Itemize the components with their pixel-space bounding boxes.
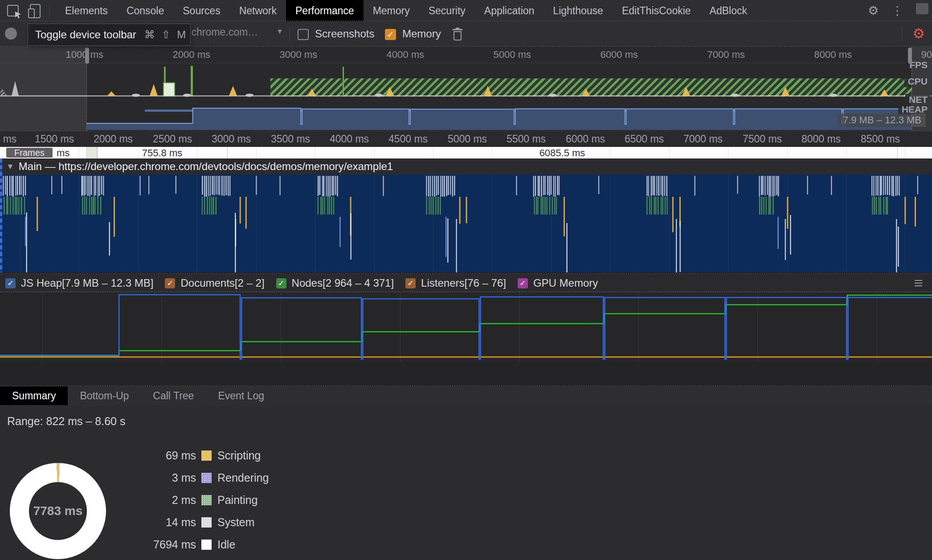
counter-checkbox[interactable]: ✓ bbox=[276, 278, 286, 288]
more-options-kebab-icon[interactable]: ⋮ bbox=[885, 0, 909, 21]
counter-checkbox[interactable]: ✓ bbox=[405, 278, 416, 288]
time-axis-label: 1500 ms bbox=[23, 133, 86, 145]
memory-label[interactable]: Memory bbox=[402, 28, 441, 40]
legend-value: 2 ms bbox=[147, 494, 196, 507]
counter-label: GPU Memory bbox=[533, 277, 598, 289]
memory-counter-toggle[interactable]: ✓ Listeners[76 – 76] bbox=[405, 277, 506, 289]
panel-tab[interactable]: EditThisCookie bbox=[613, 0, 700, 21]
time-axis-label: 7000 ms bbox=[672, 133, 734, 145]
details-tab[interactable]: Bottom-Up bbox=[68, 386, 141, 405]
legend-label: Scripting bbox=[217, 449, 261, 462]
panel-tab[interactable]: Sources bbox=[173, 0, 229, 21]
panel-tab[interactable]: Performance bbox=[286, 0, 364, 21]
time-axis-label: 4500 ms bbox=[377, 133, 439, 145]
summary-pane: Range: 822 ms – 8.60 s 7783 ms 69 msScri… bbox=[0, 405, 932, 560]
legend-swatch bbox=[201, 473, 212, 483]
flame-chart-canvas[interactable] bbox=[0, 174, 932, 272]
capture-settings-gear-icon[interactable]: ⚙ bbox=[906, 23, 931, 45]
page-url-dropdown[interactable]: er.chrome.com… bbox=[180, 26, 291, 38]
time-axis-label: 6000 ms bbox=[554, 133, 617, 145]
panel-tab[interactable]: Memory bbox=[364, 0, 419, 21]
legend-row: 2 msPainting bbox=[147, 489, 269, 511]
short-frame-block bbox=[86, 147, 97, 158]
counter-label: Documents[2 – 2] bbox=[180, 277, 264, 289]
legend-row: 14 msSystem bbox=[147, 511, 269, 533]
tooltip-shortcut: ⌘ ⇧ M bbox=[144, 28, 188, 41]
legend-value: 7694 ms bbox=[147, 538, 196, 551]
settings-gear-icon[interactable]: ⚙ bbox=[862, 0, 885, 21]
clear-recordings-trash-icon[interactable] bbox=[452, 28, 463, 41]
frames-track[interactable]: Frames ms 755.8 ms6085.5 ms bbox=[0, 147, 932, 158]
legend-value: 3 ms bbox=[147, 471, 196, 484]
performance-toolbar: er.chrome.com… ▼ Toggle device toolbar ⌘… bbox=[0, 21, 932, 47]
toolbar-separator bbox=[902, 27, 902, 41]
time-axis-label: 8000 ms bbox=[790, 133, 852, 145]
details-tab[interactable]: Summary bbox=[0, 386, 68, 405]
overview-row-label: CPU bbox=[904, 76, 931, 87]
selection-edge-marker bbox=[0, 158, 2, 272]
time-breakdown-legend: 69 msScripting3 msRendering2 msPainting1… bbox=[147, 444, 269, 556]
selection-left-handle[interactable] bbox=[85, 48, 89, 64]
legend-label: Painting bbox=[217, 494, 258, 507]
counter-checkbox[interactable]: ✓ bbox=[5, 278, 16, 288]
toggle-device-toolbar-icon[interactable] bbox=[28, 3, 43, 18]
frame-duration-label: 755.8 ms bbox=[142, 147, 183, 158]
details-tab[interactable]: Call Tree bbox=[141, 386, 206, 405]
panel-tab[interactable]: AdBlock bbox=[700, 0, 756, 21]
panel-tab[interactable]: Network bbox=[230, 0, 286, 21]
legend-label: Idle bbox=[217, 538, 235, 551]
hamburger-menu-icon[interactable] bbox=[915, 278, 922, 288]
devtools-tabbar: ElementsConsoleSourcesNetworkPerformance… bbox=[0, 0, 932, 21]
counter-checkbox[interactable]: ✓ bbox=[518, 278, 528, 288]
legend-row: 7694 msIdle bbox=[147, 533, 269, 556]
legend-row: 69 msScripting bbox=[147, 444, 269, 467]
legend-swatch bbox=[201, 540, 212, 550]
legend-value: 69 ms bbox=[147, 449, 196, 462]
collapse-caret-icon[interactable]: ▼ bbox=[6, 162, 14, 171]
memory-counter-toggle[interactable]: ✓ Documents[2 – 2] bbox=[165, 277, 264, 289]
panel-tab[interactable]: Application bbox=[475, 0, 544, 21]
time-axis-label: 3000 ms bbox=[200, 133, 262, 145]
time-axis-label: 2000 ms bbox=[82, 133, 144, 145]
legend-row: 3 msRendering bbox=[147, 467, 269, 489]
counter-label: Nodes[2 964 – 4 371] bbox=[292, 277, 394, 289]
screenshots-checkbox[interactable] bbox=[298, 29, 309, 40]
main-track-title: Main — https://developer.chrome.com/devt… bbox=[19, 160, 393, 173]
legend-label: System bbox=[217, 516, 254, 529]
counter-checkbox[interactable]: ✓ bbox=[165, 278, 175, 288]
heap-range-label: 7.9 MB – 12.3 MB bbox=[838, 114, 926, 127]
time-breakdown-donut: 7783 ms bbox=[10, 463, 106, 559]
legend-swatch bbox=[201, 495, 212, 505]
tooltip-label: Toggle device toolbar bbox=[35, 28, 136, 41]
time-axis-label: 5000 ms bbox=[436, 133, 499, 145]
legend-value: 14 ms bbox=[147, 516, 196, 529]
memory-counter-toggle[interactable]: ✓ Nodes[2 964 – 4 371] bbox=[276, 277, 394, 289]
cursor-arrow-icon bbox=[15, 12, 22, 19]
frames-unit-label: ms bbox=[57, 147, 69, 158]
devtools-window: ElementsConsoleSourcesNetworkPerformance… bbox=[0, 0, 932, 560]
frame-duration-label: 6085.5 ms bbox=[540, 147, 585, 158]
chevron-down-icon[interactable]: ▼ bbox=[276, 28, 283, 36]
panel-tab[interactable]: Security bbox=[419, 0, 475, 21]
memory-counter-toggle[interactable]: ✓ JS Heap[7.9 MB – 12.3 MB] bbox=[5, 277, 153, 289]
memory-checkbox[interactable]: ✓ bbox=[385, 29, 396, 40]
main-track-header[interactable]: ▼ Main — https://developer.chrome.com/de… bbox=[0, 158, 932, 174]
memory-counter-chart[interactable] bbox=[0, 292, 932, 361]
details-tabbar: SummaryBottom-UpCall TreeEvent Log bbox=[0, 386, 932, 405]
memory-counter-toggle[interactable]: ✓ GPU Memory bbox=[518, 277, 598, 289]
frames-badge: Frames bbox=[6, 148, 53, 158]
screenshots-label[interactable]: Screenshots bbox=[315, 28, 374, 40]
heap-overview-chart bbox=[0, 47, 932, 131]
record-button[interactable] bbox=[5, 28, 17, 40]
details-tab[interactable]: Event Log bbox=[206, 386, 276, 405]
toggle-device-toolbar-tooltip: Toggle device toolbar ⌘ ⇧ M bbox=[28, 24, 191, 46]
time-axis-label: 3500 ms bbox=[259, 133, 322, 145]
legend-swatch bbox=[201, 450, 212, 461]
inspect-element-icon[interactable] bbox=[6, 3, 21, 18]
memory-counters-legend: ✓ JS Heap[7.9 MB – 12.3 MB] ✓ Documents[… bbox=[0, 274, 932, 292]
panel-tab[interactable]: Elements bbox=[56, 0, 117, 21]
panel-tab[interactable]: Lighthouse bbox=[544, 0, 613, 21]
panel-tab[interactable]: Console bbox=[117, 0, 173, 21]
selection-right-handle[interactable] bbox=[908, 48, 912, 64]
timeline-overview[interactable]: 1000 ms2000 ms3000 ms4000 ms5000 ms6000 … bbox=[0, 47, 932, 131]
